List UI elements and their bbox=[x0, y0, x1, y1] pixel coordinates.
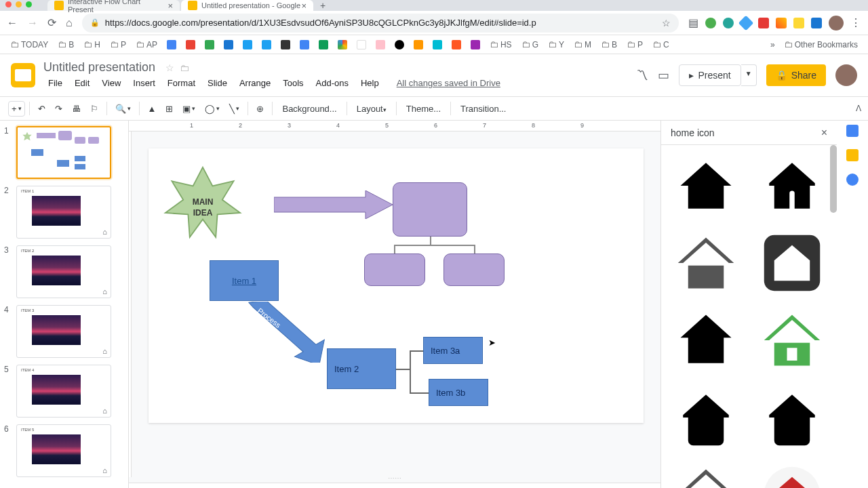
image-result[interactable] bbox=[665, 226, 747, 300]
browser-tab[interactable]: Interactive Flow Chart Present × bbox=[47, 0, 180, 11]
select-tool[interactable]: ▲ bbox=[144, 101, 161, 117]
close-tab-icon[interactable]: × bbox=[167, 1, 173, 11]
theme-button[interactable]: Theme... bbox=[401, 101, 446, 117]
slide-thumbnail[interactable]: 3 ITEM 2⌂ bbox=[4, 245, 124, 298]
slide-thumbnail[interactable]: 4 ITEM 3⌂ bbox=[4, 305, 124, 358]
browser-profile-avatar[interactable] bbox=[829, 16, 844, 30]
present-button[interactable]: ▸ Present bbox=[679, 64, 741, 86]
bookmark-item[interactable] bbox=[429, 39, 446, 51]
menu-view[interactable]: View bbox=[97, 76, 125, 90]
bookmark-item[interactable]: 🗀B bbox=[54, 38, 77, 51]
ext-icon[interactable] bbox=[776, 18, 787, 28]
bookmark-item[interactable] bbox=[353, 39, 370, 51]
share-button[interactable]: 🔒 Share bbox=[766, 64, 826, 86]
other-bookmarks[interactable]: 🗀Other Bookmarks bbox=[781, 38, 861, 51]
calendar-icon[interactable] bbox=[846, 125, 859, 137]
bookmark-item[interactable]: 🗀P bbox=[623, 38, 646, 51]
line-tool[interactable]: ╲▾ bbox=[225, 101, 243, 117]
bookmark-item[interactable] bbox=[334, 39, 351, 51]
ext-icon[interactable] bbox=[793, 18, 804, 28]
redo-button[interactable]: ↷ bbox=[51, 101, 66, 117]
window-controls[interactable] bbox=[5, 1, 32, 7]
menu-format[interactable]: Format bbox=[163, 76, 200, 90]
bookmark-item[interactable] bbox=[182, 39, 199, 51]
present-dropdown[interactable]: ▼ bbox=[741, 64, 757, 86]
reader-icon[interactable]: ▤ bbox=[688, 16, 698, 29]
account-avatar[interactable] bbox=[835, 64, 857, 86]
ext-icon[interactable] bbox=[723, 18, 734, 28]
bookmark-item[interactable] bbox=[315, 39, 332, 51]
bookmark-item[interactable]: 🗀Y bbox=[545, 38, 568, 51]
bookmarks-overflow-icon[interactable]: » bbox=[770, 40, 775, 49]
bookmark-item[interactable] bbox=[239, 39, 256, 51]
bookmark-item[interactable]: 🗀AP bbox=[132, 38, 161, 51]
image-result[interactable] bbox=[751, 304, 833, 377]
slide-thumbnail[interactable]: 2 ITEM 1⌂ bbox=[4, 186, 124, 239]
block-arrow-shape[interactable] bbox=[274, 190, 393, 219]
bookmark-item[interactable] bbox=[258, 39, 275, 51]
ext-icon[interactable] bbox=[738, 15, 754, 30]
scrollbar-thumb[interactable] bbox=[830, 145, 837, 213]
home-icon[interactable]: ⌂ bbox=[66, 17, 73, 29]
rounded-rect-shape[interactable] bbox=[393, 182, 467, 237]
paint-format-button[interactable]: ⚐ bbox=[86, 101, 102, 117]
star-icon[interactable]: ☆ bbox=[165, 62, 174, 73]
bookmark-item[interactable]: 🗀G bbox=[518, 38, 542, 51]
menu-arrange[interactable]: Arrange bbox=[235, 76, 275, 90]
image-result[interactable] bbox=[665, 149, 747, 222]
forward-icon[interactable]: → bbox=[27, 17, 38, 29]
item1-link[interactable]: Item 1 bbox=[232, 276, 256, 286]
ext-icon[interactable] bbox=[758, 18, 769, 28]
bookmark-item[interactable]: 🗀C bbox=[649, 38, 673, 51]
explore-results[interactable] bbox=[661, 145, 837, 488]
bookmark-item[interactable]: 🗀B bbox=[597, 38, 620, 51]
notes-resize-handle[interactable]: ⋯⋯ bbox=[129, 477, 660, 483]
browser-menu-icon[interactable]: ⋮ bbox=[850, 16, 861, 29]
rounded-rect-shape[interactable] bbox=[443, 253, 505, 286]
horizontal-ruler[interactable]: 123456789 bbox=[129, 121, 660, 131]
zoom-button[interactable]: 🔍▾ bbox=[111, 101, 135, 117]
image-result[interactable] bbox=[751, 149, 833, 222]
bookmark-item[interactable]: 🗀TODAY bbox=[7, 38, 52, 51]
slide-thumbnail[interactable]: 1 bbox=[4, 126, 124, 179]
url-input[interactable]: 🔒 https://docs.google.com/presentation/d… bbox=[82, 14, 679, 33]
menu-addons[interactable]: Add-ons bbox=[311, 76, 353, 90]
slide-thumbnail[interactable]: 5 ITEM 4⌂ bbox=[4, 365, 124, 418]
browser-tab-active[interactable]: Untitled presentation - Google × bbox=[181, 0, 313, 11]
close-window-icon[interactable] bbox=[5, 1, 12, 7]
undo-button[interactable]: ↶ bbox=[34, 101, 50, 117]
rect-shape-item3b[interactable]: Item 3b bbox=[429, 379, 488, 406]
bookmark-item[interactable]: 🗀H bbox=[80, 38, 104, 51]
comment-button[interactable]: ⊕ bbox=[252, 101, 268, 117]
bookmark-item[interactable]: 🗀P bbox=[106, 38, 130, 51]
rect-shape-item2[interactable]: Item 2 bbox=[327, 348, 396, 389]
rect-shape-item1[interactable]: Item 1 bbox=[210, 260, 279, 301]
document-title[interactable]: Untitled presentation bbox=[43, 60, 155, 75]
rounded-rect-shape[interactable] bbox=[364, 253, 425, 286]
print-button[interactable]: 🖶 bbox=[68, 101, 85, 117]
bookmark-item[interactable]: 🗀M bbox=[570, 38, 595, 51]
menu-slide[interactable]: Slide bbox=[203, 76, 232, 90]
slides-logo-icon[interactable] bbox=[11, 63, 35, 87]
slide-filmstrip[interactable]: 1 2 ITEM 1⌂ 3 ITEM 2⌂ 4 ITEM 3⌂ 5 ITEM 4… bbox=[0, 121, 129, 488]
maximize-window-icon[interactable] bbox=[26, 1, 32, 7]
bookmark-star-icon[interactable]: ☆ bbox=[662, 18, 671, 28]
bookmark-item[interactable] bbox=[372, 39, 389, 51]
menu-insert[interactable]: Insert bbox=[128, 76, 160, 90]
move-folder-icon[interactable]: 🗀 bbox=[180, 62, 189, 73]
bookmark-item[interactable] bbox=[391, 39, 408, 51]
bookmark-item[interactable] bbox=[277, 39, 294, 51]
save-status[interactable]: All changes saved in Drive bbox=[392, 76, 505, 90]
image-result[interactable] bbox=[665, 458, 747, 488]
ext-icon[interactable] bbox=[811, 18, 822, 28]
reload-icon[interactable]: ⟳ bbox=[47, 16, 56, 29]
new-slide-button[interactable]: +▾ bbox=[8, 101, 25, 117]
collapse-toolbar-icon[interactable]: ᐱ bbox=[856, 104, 861, 113]
bookmark-item[interactable] bbox=[410, 39, 427, 51]
menu-edit[interactable]: Edit bbox=[70, 76, 94, 90]
bookmark-item[interactable] bbox=[448, 39, 465, 51]
bookmark-item[interactable] bbox=[467, 39, 484, 51]
layout-button[interactable]: Layout▾ bbox=[351, 101, 392, 117]
star-shape[interactable]: MAINIDEA bbox=[162, 161, 243, 249]
textbox-tool[interactable]: ⊞ bbox=[161, 101, 177, 117]
